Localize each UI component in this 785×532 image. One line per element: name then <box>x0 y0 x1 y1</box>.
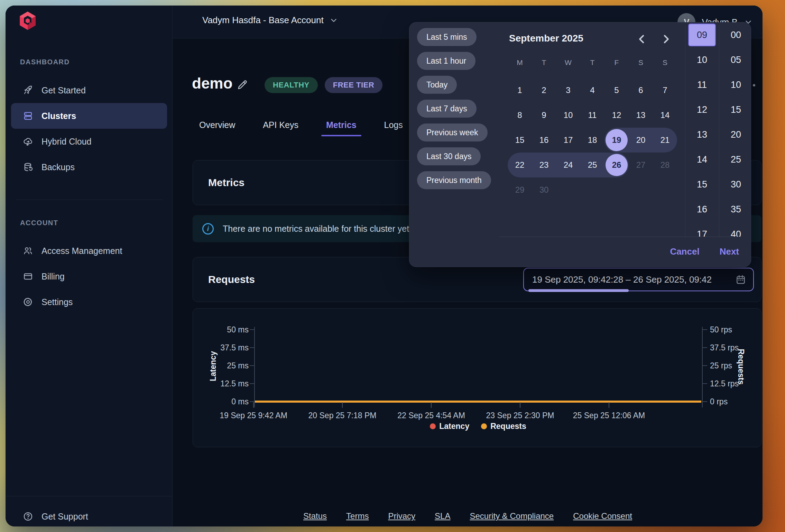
quick-option-last-7-days[interactable]: Last 7 days <box>417 100 477 118</box>
minute-select-list[interactable]: 000510152025303540 <box>721 22 750 237</box>
popup-footer-divider <box>499 237 741 237</box>
account-switcher[interactable]: Vadym Hasdfa - Base Account <box>202 15 338 26</box>
calendar-day-2[interactable]: 2 <box>532 78 556 103</box>
date-range-input[interactable]: 19 Sep 2025, 09:42:28 – 26 Sep 2025, 09:… <box>523 268 754 291</box>
minute-option-30[interactable]: 30 <box>721 172 750 197</box>
y-axis-left-title: Latency <box>209 349 218 384</box>
x-tick-mark <box>609 402 609 408</box>
overflow-dot <box>753 84 755 86</box>
hour-option-14[interactable]: 14 <box>687 147 717 172</box>
page-title: demo <box>192 75 232 92</box>
calendar-day-17[interactable]: 17 <box>556 128 580 153</box>
calendar-day-1[interactable]: 1 <box>508 78 532 103</box>
footer-links: StatusTermsPrivacySLASecurity & Complian… <box>173 511 763 521</box>
edit-pencil-icon[interactable] <box>237 79 248 91</box>
minute-option-05[interactable]: 05 <box>721 47 750 72</box>
quick-option-last-1-hour[interactable]: Last 1 hour <box>417 52 475 70</box>
quick-option-last-30-days[interactable]: Last 30 days <box>417 147 481 165</box>
calendar-day-6[interactable]: 6 <box>629 78 653 103</box>
hour-option-12[interactable]: 12 <box>687 97 717 122</box>
footer-link-terms[interactable]: Terms <box>346 511 369 521</box>
help-icon <box>23 511 33 522</box>
y-tick-label-left: 12.5 ms <box>219 379 249 388</box>
hour-option-09[interactable]: 09 <box>688 24 716 46</box>
calendar-day-18[interactable]: 18 <box>580 128 604 153</box>
y-tick-label-right: 50 rps <box>710 325 732 334</box>
calendar-day-25[interactable]: 25 <box>580 153 604 177</box>
info-icon: i <box>202 223 214 235</box>
hour-option-16[interactable]: 16 <box>687 197 717 222</box>
tab-overview[interactable]: Overview <box>199 120 235 130</box>
sidebar-item-clusters[interactable]: Clusters <box>11 103 167 129</box>
calendar-prev-month-button[interactable] <box>635 32 649 46</box>
calendar-day-4[interactable]: 4 <box>580 78 604 103</box>
backups-icon <box>23 162 33 172</box>
calendar-day-11[interactable]: 11 <box>580 103 604 128</box>
footer-link-sla[interactable]: SLA <box>435 511 450 521</box>
hour-option-17[interactable]: 17 <box>687 222 717 237</box>
calendar-day-10[interactable]: 10 <box>556 103 580 128</box>
calendar-day-15[interactable]: 15 <box>508 128 532 153</box>
minute-option-20[interactable]: 20 <box>721 122 750 147</box>
hour-select-list[interactable]: 091011121314151617 <box>687 22 717 237</box>
sidebar-item-label: Settings <box>41 297 73 307</box>
calendar-day-16[interactable]: 16 <box>532 128 556 153</box>
sidebar-item-billing[interactable]: Billing <box>11 264 167 289</box>
minute-option-15[interactable]: 15 <box>721 97 750 122</box>
y-axis-right-line <box>702 327 703 407</box>
next-button[interactable]: Next <box>720 246 739 257</box>
hour-option-10[interactable]: 10 <box>687 47 717 72</box>
calendar-day-14[interactable]: 14 <box>653 103 677 128</box>
quick-option-last-5-mins[interactable]: Last 5 mins <box>417 28 477 46</box>
calendar-day-13[interactable]: 13 <box>629 103 653 128</box>
calendar-day-20[interactable]: 20 <box>629 128 653 153</box>
sidebar-item-get-support[interactable]: Get Support <box>11 504 167 526</box>
calendar-day-empty <box>629 177 653 202</box>
calendar-day-26[interactable]: 26 <box>604 153 629 177</box>
tab-logs[interactable]: Logs <box>384 120 403 130</box>
calendar-icon[interactable] <box>735 274 746 285</box>
calendar-day-8[interactable]: 8 <box>508 103 532 128</box>
sidebar-item-backups[interactable]: Backups <box>11 154 167 180</box>
quick-option-previous-month[interactable]: Previous month <box>417 171 491 189</box>
quick-option-today[interactable]: Today <box>417 76 457 94</box>
calendar-day-9[interactable]: 9 <box>532 103 556 128</box>
sidebar-item-access-management[interactable]: Access Management <box>11 238 167 264</box>
calendar-day-5[interactable]: 5 <box>604 78 629 103</box>
footer-link-cookie-consent[interactable]: Cookie Consent <box>573 511 632 521</box>
legend-item-latency[interactable]: Latency <box>430 422 469 431</box>
sidebar-item-hybrid-cloud[interactable]: Hybrid Cloud <box>11 129 167 154</box>
calendar-day-23[interactable]: 23 <box>532 153 556 177</box>
legend-item-requests[interactable]: Requests <box>481 422 526 431</box>
calendar-day-3[interactable]: 3 <box>556 78 580 103</box>
minute-option-00[interactable]: 00 <box>721 22 750 47</box>
hour-option-11[interactable]: 11 <box>687 72 717 97</box>
minute-option-40[interactable]: 40 <box>721 222 750 237</box>
calendar-week-row: 2930 <box>508 177 677 202</box>
sidebar-item-get-started[interactable]: Get Started <box>11 77 167 103</box>
tab-metrics[interactable]: Metrics <box>326 120 357 130</box>
calendar-day-21[interactable]: 21 <box>653 128 677 153</box>
tab-api-keys[interactable]: API Keys <box>263 120 298 130</box>
weekday-label: S <box>653 58 677 67</box>
minute-option-10[interactable]: 10 <box>721 72 750 97</box>
sidebar-item-settings[interactable]: Settings <box>11 289 167 315</box>
calendar-day-22[interactable]: 22 <box>508 153 532 177</box>
y-tick-label-right: 25 rps <box>710 361 732 370</box>
hour-option-15[interactable]: 15 <box>687 172 717 197</box>
hour-option-13[interactable]: 13 <box>687 122 717 147</box>
x-tick-mark <box>431 402 432 408</box>
calendar-day-7[interactable]: 7 <box>653 78 677 103</box>
minute-option-25[interactable]: 25 <box>721 147 750 172</box>
footer-link-privacy[interactable]: Privacy <box>388 511 415 521</box>
footer-link-security-compliance[interactable]: Security & Compliance <box>470 511 554 521</box>
calendar-day-19[interactable]: 19 <box>604 128 629 153</box>
calendar-day-12[interactable]: 12 <box>604 103 629 128</box>
calendar-next-month-button[interactable] <box>659 32 673 46</box>
qdrant-logo-icon <box>19 11 36 30</box>
footer-link-status[interactable]: Status <box>303 511 327 521</box>
cancel-button[interactable]: Cancel <box>670 246 699 257</box>
quick-option-previous-week[interactable]: Previous week <box>417 123 488 141</box>
minute-option-35[interactable]: 35 <box>721 197 750 222</box>
calendar-day-24[interactable]: 24 <box>556 153 580 177</box>
